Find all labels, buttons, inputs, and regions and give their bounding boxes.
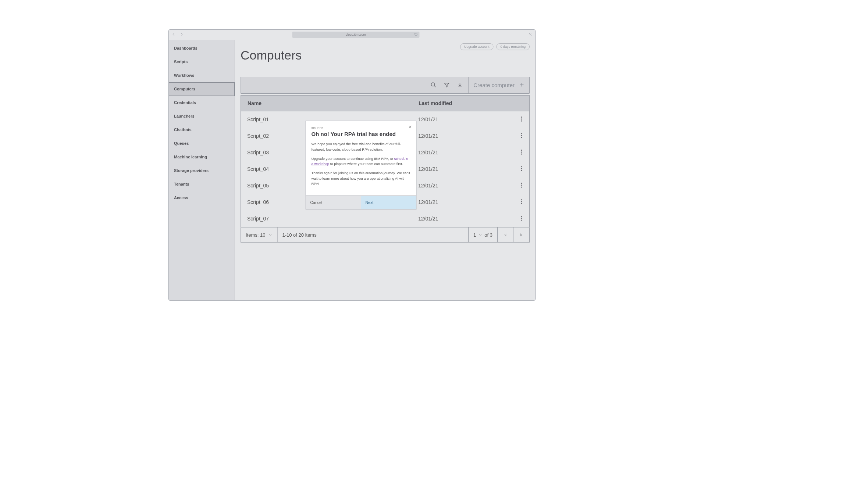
cell-last-modified: 12/01/21 [412, 149, 529, 157]
next-button[interactable]: Next [361, 196, 416, 209]
modal-paragraph-1: We hope you enjoyed the free trial and b… [312, 141, 411, 152]
prev-page-button[interactable] [498, 227, 513, 242]
cell-last-modified: 12/01/21 [412, 166, 529, 173]
sidebar-item-tenants[interactable]: Tenants [169, 177, 235, 191]
url-bar[interactable]: cloud.ibm.com [292, 32, 420, 38]
modal-title: Oh no! Your RPA trial has ended [312, 131, 411, 137]
svg-point-11 [521, 168, 522, 169]
overflow-menu-icon[interactable] [520, 149, 522, 157]
svg-point-16 [521, 199, 522, 200]
items-per-page-select[interactable]: Items: 10 [241, 227, 277, 242]
overflow-menu-icon[interactable] [520, 215, 522, 223]
sidebar-item-label: Machine learning [174, 155, 207, 159]
sidebar-item-label: Scripts [174, 60, 188, 64]
filter-icon[interactable] [444, 82, 449, 89]
cell-name: Script_07 [241, 216, 412, 222]
sidebar-item-label: Queues [174, 141, 189, 146]
sidebar-item-scripts[interactable]: Scripts [169, 55, 235, 69]
column-header-name[interactable]: Name [241, 95, 412, 111]
close-window-icon[interactable] [528, 32, 532, 37]
back-icon[interactable] [172, 32, 176, 37]
svg-point-20 [521, 218, 522, 219]
sidebar-item-label: Storage providers [174, 168, 209, 173]
page-current: 1 [473, 232, 476, 238]
overflow-menu-icon[interactable] [520, 199, 522, 206]
svg-point-0 [431, 83, 434, 86]
svg-point-3 [521, 121, 522, 122]
svg-point-9 [521, 154, 522, 155]
sidebar-item-launchers[interactable]: Launchers [169, 110, 235, 123]
browser-toolbar: cloud.ibm.com [169, 30, 535, 40]
overflow-menu-icon[interactable] [520, 133, 522, 140]
sidebar-item-label: Dashboards [174, 46, 198, 51]
cell-last-modified: 12/01/21 [412, 133, 529, 140]
modal-paragraph-2: Upgrade your account to continue using I… [312, 156, 411, 167]
svg-point-21 [521, 220, 522, 221]
modal-body: We hope you enjoyed the free trial and b… [312, 141, 411, 186]
page-select[interactable]: 1 of 3 [468, 227, 498, 242]
overflow-menu-icon[interactable] [520, 182, 522, 190]
table-row[interactable]: Script_0712/01/21 [241, 211, 529, 227]
sidebar-item-queues[interactable]: Queues [169, 137, 235, 150]
sidebar-item-dashboards[interactable]: Dashboards [169, 42, 235, 55]
chevron-down-icon [268, 233, 272, 237]
sidebar-item-label: Launchers [174, 114, 195, 119]
download-icon[interactable] [457, 82, 463, 89]
cancel-button[interactable]: Cancel [306, 196, 361, 209]
svg-point-17 [521, 201, 522, 202]
sidebar-item-workflows[interactable]: Workflows [169, 69, 235, 82]
overflow-menu-icon[interactable] [520, 166, 522, 173]
cell-last-modified: 12/01/21 [412, 116, 529, 123]
create-computer-button[interactable]: Create computer [468, 77, 529, 93]
sidebar-item-storage-providers[interactable]: Storage providers [169, 164, 235, 177]
sidebar-item-label: Computers [174, 87, 195, 92]
modal-paragraph-3: Thanks again for joining us on this auto… [312, 171, 411, 186]
sidebar-item-machine-learning[interactable]: Machine learning [169, 150, 235, 164]
sidebar-item-label: Chatbots [174, 128, 192, 132]
cell-last-modified: 12/01/21 [412, 215, 529, 223]
browser-window: cloud.ibm.com Dashboards Scripts Workflo… [168, 29, 536, 301]
svg-point-6 [521, 137, 522, 138]
sidebar: Dashboards Scripts Workflows Computers C… [169, 40, 235, 300]
trial-ended-modal: IBM RPA Oh no! Your RPA trial has ended … [306, 121, 417, 209]
svg-point-19 [521, 216, 522, 217]
svg-point-18 [521, 203, 522, 204]
svg-point-15 [521, 187, 522, 188]
chevron-down-icon [478, 233, 482, 237]
svg-point-8 [521, 151, 522, 152]
svg-point-5 [521, 135, 522, 136]
overflow-menu-icon[interactable] [520, 116, 522, 123]
svg-point-1 [521, 116, 522, 118]
upgrade-account-button[interactable]: Upgrade account [460, 43, 494, 50]
url-text: cloud.ibm.com [346, 33, 366, 37]
days-remaining-pill: 0 days remaining [496, 43, 530, 50]
items-per-page-label: Items: 10 [246, 232, 265, 238]
svg-point-7 [521, 150, 522, 151]
close-icon[interactable] [408, 125, 413, 130]
page-of-label: of 3 [484, 232, 492, 238]
sidebar-item-computers[interactable]: Computers [169, 82, 235, 96]
sidebar-item-chatbots[interactable]: Chatbots [169, 123, 235, 137]
forward-icon[interactable] [179, 32, 184, 37]
sidebar-item-access[interactable]: Access [169, 191, 235, 205]
sidebar-item-label: Workflows [174, 73, 194, 78]
sidebar-item-label: Credentials [174, 100, 196, 105]
svg-point-4 [521, 133, 522, 134]
svg-point-10 [521, 166, 522, 167]
sidebar-item-label: Tenants [174, 182, 189, 187]
column-header-last-modified[interactable]: Last modified [412, 95, 529, 111]
create-computer-label: Create computer [473, 82, 515, 89]
cell-last-modified: 12/01/21 [412, 182, 529, 190]
svg-point-2 [521, 118, 522, 119]
search-icon[interactable] [430, 82, 436, 89]
sidebar-item-credentials[interactable]: Credentials [169, 96, 235, 110]
svg-point-14 [521, 184, 522, 186]
pagination-range: 1-10 of 20 items [277, 227, 468, 242]
next-page-button[interactable] [513, 227, 529, 242]
svg-point-12 [521, 170, 522, 171]
reload-icon[interactable] [415, 33, 418, 37]
modal-eyebrow: IBM RPA [312, 126, 411, 129]
sidebar-item-label: Access [174, 195, 188, 200]
plus-icon [519, 82, 524, 89]
table-toolbar: Create computer [241, 77, 530, 94]
